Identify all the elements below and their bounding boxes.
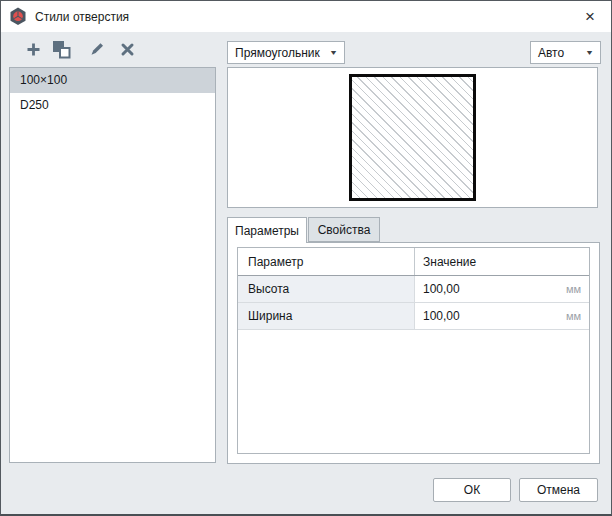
chevron-down-icon: ▼	[585, 49, 594, 56]
cancel-button[interactable]: Отмена	[519, 478, 598, 502]
titlebar: Стили отверстия ×	[1, 1, 611, 32]
shape-select[interactable]: Прямоугольник ▼	[227, 41, 345, 64]
table-row: Высота100,00мм	[238, 276, 589, 303]
tab-properties[interactable]: Свойства	[308, 217, 380, 242]
hole-styles-dialog: Стили отверстия × 100×100D250 Прямоуголь…	[0, 0, 612, 516]
list-item[interactable]: 100×100	[10, 68, 215, 93]
auto-select[interactable]: Авто ▼	[530, 41, 601, 64]
plus-icon	[26, 42, 41, 57]
unit-label: мм	[566, 310, 581, 322]
unit-label: мм	[566, 283, 581, 295]
shape-select-value: Прямоугольник	[235, 46, 320, 60]
parameters-panel: Параметр Значение Высота100,00ммШирина10…	[227, 242, 600, 464]
hole-preview-shape	[349, 74, 476, 201]
value-text: 100,00	[423, 309, 460, 323]
chevron-down-icon: ▼	[329, 49, 338, 56]
copy-style-button[interactable]	[49, 38, 73, 60]
close-icon[interactable]: ×	[573, 3, 607, 30]
header-value: Значение	[415, 248, 589, 275]
delete-style-button[interactable]	[115, 38, 139, 60]
hole-preview-panel	[227, 67, 598, 208]
ok-button[interactable]: ОК	[433, 478, 511, 502]
tab-parameters[interactable]: Параметры	[227, 217, 307, 243]
style-list: 100×100D250	[9, 67, 216, 463]
table-row: Ширина100,00мм	[238, 303, 589, 330]
add-style-button[interactable]	[21, 38, 45, 60]
param-name-cell: Высота	[238, 276, 415, 302]
param-value-cell[interactable]: 100,00мм	[415, 303, 589, 329]
value-text: 100,00	[423, 282, 460, 296]
table-header: Параметр Значение	[238, 248, 589, 276]
dialog-title: Стили отверстия	[35, 10, 129, 24]
app-logo-icon	[9, 7, 27, 26]
param-value-cell[interactable]: 100,00мм	[415, 276, 589, 302]
pencil-icon	[89, 41, 105, 57]
copy-icon	[52, 40, 71, 59]
edit-style-button[interactable]	[85, 38, 109, 60]
param-name-cell: Ширина	[238, 303, 415, 329]
cross-icon	[120, 42, 135, 57]
list-item[interactable]: D250	[10, 93, 215, 118]
header-parameter: Параметр	[238, 248, 415, 275]
parameters-table: Параметр Значение Высота100,00ммШирина10…	[237, 247, 590, 454]
auto-select-value: Авто	[538, 46, 564, 60]
parameters-table-body: Высота100,00ммШирина100,00мм	[238, 276, 589, 330]
